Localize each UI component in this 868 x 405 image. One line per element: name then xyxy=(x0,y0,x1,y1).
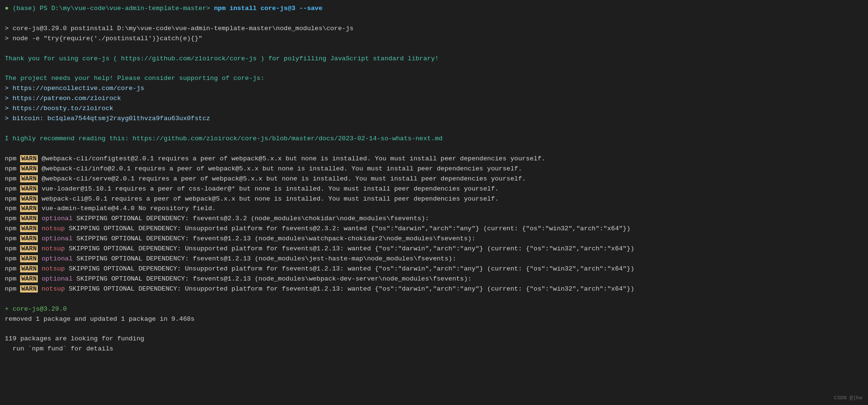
terminal-line-funding: 119 packages are looking for funding xyxy=(5,334,863,344)
terminal-window: ● (base) PS D:\my\vue-code\vue-admin-tem… xyxy=(5,4,863,354)
terminal-line-link3: > https://boosty.to/zloirock xyxy=(5,104,863,114)
terminal-line-blank1 xyxy=(5,14,863,24)
terminal-line-warn3: npm WARN @webpack-cli/serve@2.0.1 requir… xyxy=(5,174,863,184)
terminal-line-warn12: npm WARN notsup SKIPPING OPTIONAL DEPEND… xyxy=(5,264,863,274)
terminal-line-warn13: npm WARN optional SKIPPING OPTIONAL DEPE… xyxy=(5,274,863,284)
terminal-line-blank7 xyxy=(5,325,863,335)
terminal-line-blank5 xyxy=(5,144,863,154)
terminal-line-warn8: npm WARN notsup SKIPPING OPTIONAL DEPEND… xyxy=(5,224,863,234)
terminal-line-recommend: I highly recommend reading this: https:/… xyxy=(5,134,863,144)
terminal-line-warn11: npm WARN optional SKIPPING OPTIONAL DEPE… xyxy=(5,254,863,264)
terminal-line-warn7: npm WARN optional SKIPPING OPTIONAL DEPE… xyxy=(5,214,863,224)
terminal-line-project-needs: The project needs your help! Please cons… xyxy=(5,74,863,84)
terminal-line-postinstall2: > node -e "try{require('./postinstall')}… xyxy=(5,34,863,44)
terminal-line-added: + core-js@3.29.0 xyxy=(5,304,863,315)
csdn-watermark: CSDN @jkw xyxy=(834,394,862,402)
terminal-line-postinstall1: > core-js@3.29.0 postinstall D:\my\vue-c… xyxy=(5,24,863,34)
terminal-line-prompt: ● (base) PS D:\my\vue-code\vue-admin-tem… xyxy=(5,4,863,14)
terminal-line-bitcoin: > bitcoin: bc1qlea7544qtsmj2rayg0lthvza9… xyxy=(5,114,863,124)
terminal-line-warn4: npm WARN vue-loader@15.10.1 requires a p… xyxy=(5,184,863,194)
terminal-line-thankyou: Thank you for using core-js ( https://gi… xyxy=(5,54,863,64)
terminal-line-warn1: npm WARN @webpack-cli/configtest@2.0.1 r… xyxy=(5,154,863,164)
terminal-line-warn9: npm WARN optional SKIPPING OPTIONAL DEPE… xyxy=(5,234,863,244)
terminal-line-removed: removed 1 package and updated 1 package … xyxy=(5,315,863,325)
terminal-line-blank6 xyxy=(5,294,863,304)
terminal-line-link1: > https://opencollective.com/core-js xyxy=(5,84,863,94)
terminal-line-blank4 xyxy=(5,124,863,134)
terminal-line-warn14: npm WARN notsup SKIPPING OPTIONAL DEPEND… xyxy=(5,284,863,294)
terminal-line-link2: > https://patreon.com/zloirock xyxy=(5,94,863,104)
terminal-line-blank3 xyxy=(5,64,863,74)
terminal-line-warn5: npm WARN webpack-cli@5.0.1 requires a pe… xyxy=(5,194,863,204)
terminal-line-warn2: npm WARN @webpack-cli/info@2.0.1 require… xyxy=(5,164,863,174)
terminal-line-fund-run: run `npm fund` for details xyxy=(5,344,863,354)
terminal-line-warn10: npm WARN notsup SKIPPING OPTIONAL DEPEND… xyxy=(5,244,863,254)
terminal-line-blank2 xyxy=(5,44,863,54)
terminal-line-warn6: npm WARN vue-admin-template@4.4.0 No rep… xyxy=(5,204,863,214)
